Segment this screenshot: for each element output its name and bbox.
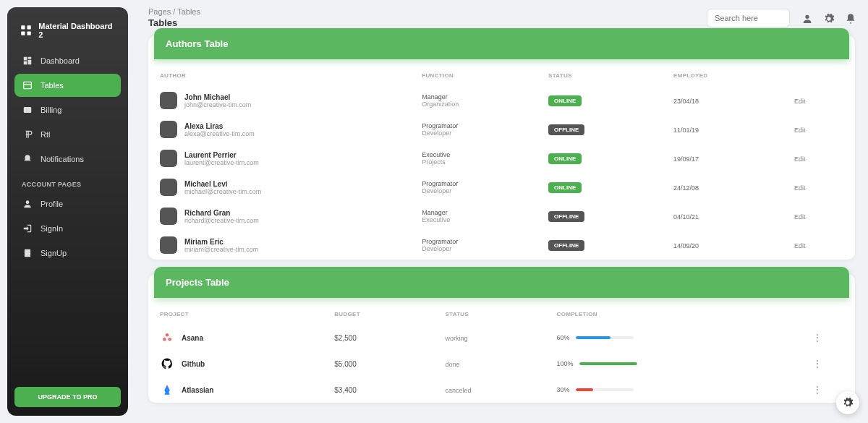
edit-link[interactable]: Edit xyxy=(794,155,806,163)
nav-main: DashboardTablesBillingRtlNotifications xyxy=(14,49,121,171)
svg-rect-7 xyxy=(24,61,27,65)
breadcrumb: Pages / Tables xyxy=(148,7,200,16)
avatar xyxy=(160,179,177,196)
author-email: laurent@creative-tim.com xyxy=(184,159,259,166)
svg-rect-1 xyxy=(27,25,30,29)
svg-point-13 xyxy=(805,14,809,18)
breadcrumb-root[interactable]: Pages xyxy=(148,7,171,16)
column-header: AUTHOR xyxy=(148,65,410,86)
function-sub: Developer xyxy=(422,187,525,195)
search-input[interactable] xyxy=(707,9,790,27)
project-status: canceled xyxy=(445,387,471,394)
edit-link[interactable]: Edit xyxy=(794,184,806,192)
atlassian-icon xyxy=(160,383,174,397)
projects-card-header: Projects Table xyxy=(154,267,849,298)
svg-rect-2 xyxy=(21,32,25,35)
column-header: FUNCTION xyxy=(410,65,537,86)
svg-point-16 xyxy=(169,338,172,341)
budget: $3,400 xyxy=(334,386,357,394)
function-sub: Organization xyxy=(422,101,525,108)
sidebar-item-label: Rtl xyxy=(41,130,50,139)
column-header: STATUS xyxy=(537,65,662,86)
page-title: Tables xyxy=(148,17,200,28)
account-section-label: ACCOUNT PAGES xyxy=(14,171,121,192)
breadcrumb-block: Pages / Tables Tables xyxy=(148,7,200,28)
table-row: Richard Granrichard@creative-tim.comMana… xyxy=(148,202,855,231)
account-icon[interactable] xyxy=(801,13,812,23)
function-title: Manager xyxy=(422,93,525,101)
progress-bar xyxy=(576,336,634,339)
sidebar-item-rtl[interactable]: Rtl xyxy=(14,123,121,146)
column-header: BUDGET xyxy=(323,304,433,325)
more-icon[interactable]: ⋮ xyxy=(780,325,855,351)
sidebar-item-label: SignUp xyxy=(41,249,67,257)
author-name: Michael Levi xyxy=(184,180,261,188)
asana-icon xyxy=(160,330,174,345)
avatar xyxy=(160,208,177,225)
employed-date: 23/04/18 xyxy=(673,98,699,105)
edit-link[interactable]: Edit xyxy=(794,98,806,105)
sidebar-item-signin[interactable]: SignIn xyxy=(14,217,121,240)
completion: 100% xyxy=(557,360,768,367)
table-row: Michael Levimichael@creative-tim.comProg… xyxy=(148,173,855,202)
signup-icon xyxy=(22,247,33,259)
status-badge: OFFLINE xyxy=(548,211,584,222)
sidebar-item-signup[interactable]: SignUp xyxy=(14,242,121,265)
upgrade-button[interactable]: UPGRADE TO PRO xyxy=(14,387,121,407)
status-badge: OFFLINE xyxy=(548,240,584,251)
employed-date: 14/09/20 xyxy=(673,242,699,249)
more-icon[interactable]: ⋮ xyxy=(780,351,855,377)
gear-icon[interactable] xyxy=(823,13,833,23)
settings-fab[interactable] xyxy=(836,391,859,414)
breadcrumb-sep: / xyxy=(173,7,175,16)
bell-icon[interactable] xyxy=(845,13,855,23)
project-status: done xyxy=(445,361,459,368)
author-email: miriam@creative-tim.com xyxy=(184,246,258,253)
sidebar-item-profile[interactable]: Profile xyxy=(14,192,121,215)
brand-title: Material Dashboard 2 xyxy=(38,22,116,39)
sidebar-item-tables[interactable]: Tables xyxy=(14,74,121,97)
project-name: Asana xyxy=(182,334,203,342)
sidebar-item-label: Profile xyxy=(41,200,63,208)
column-header: EMPLOYED xyxy=(662,65,783,86)
author-cell: Miriam Ericmiriam@creative-tim.com xyxy=(160,236,399,254)
svg-rect-12 xyxy=(25,249,30,257)
table-icon xyxy=(22,80,33,91)
svg-point-11 xyxy=(26,200,30,204)
edit-link[interactable]: Edit xyxy=(794,213,806,221)
sidebar-item-label: Notifications xyxy=(41,155,84,163)
project-name: Atlassian xyxy=(182,386,213,394)
avatar xyxy=(160,236,177,254)
avatar xyxy=(160,92,177,109)
sidebar-item-label: SignIn xyxy=(41,224,63,233)
employed-date: 04/10/21 xyxy=(673,213,699,221)
project-status: working xyxy=(445,335,467,342)
table-row: Laurent Perrierlaurent@creative-tim.comE… xyxy=(148,144,855,173)
table-row: Github$5,000done100%⋮ xyxy=(148,351,855,377)
edit-link[interactable]: Edit xyxy=(794,127,806,134)
completion: 60% xyxy=(557,334,768,341)
edit-link[interactable]: Edit xyxy=(794,242,806,249)
table-row: Asana$2,500working60%⋮ xyxy=(148,325,855,351)
sidebar-item-dashboard[interactable]: Dashboard xyxy=(14,49,121,72)
authors-card: Authors Table AUTHORFUNCTIONSTATUSEMPLOY… xyxy=(148,35,855,260)
employed-date: 11/01/19 xyxy=(673,127,699,134)
function-title: Programator xyxy=(422,122,525,129)
project-name: Github xyxy=(182,360,205,368)
authors-table: AUTHORFUNCTIONSTATUSEMPLOYED John Michae… xyxy=(148,65,855,260)
sidebar: Material Dashboard 2 DashboardTablesBill… xyxy=(7,7,128,416)
svg-point-15 xyxy=(163,338,166,341)
employed-date: 24/12/08 xyxy=(673,184,699,192)
sidebar-item-label: Tables xyxy=(41,81,64,90)
sidebar-item-notifications[interactable]: Notifications xyxy=(14,148,121,171)
sidebar-item-billing[interactable]: Billing xyxy=(14,98,121,121)
progress-bar xyxy=(579,362,637,365)
author-email: john@creative-tim.com xyxy=(184,101,251,108)
avatar xyxy=(160,121,177,138)
completion-pct: 30% xyxy=(557,386,570,393)
author-name: Richard Gran xyxy=(184,209,259,217)
author-name: Miriam Eric xyxy=(184,238,258,246)
author-name: John Michael xyxy=(184,93,251,101)
svg-rect-8 xyxy=(24,82,32,88)
person-icon xyxy=(22,198,33,210)
